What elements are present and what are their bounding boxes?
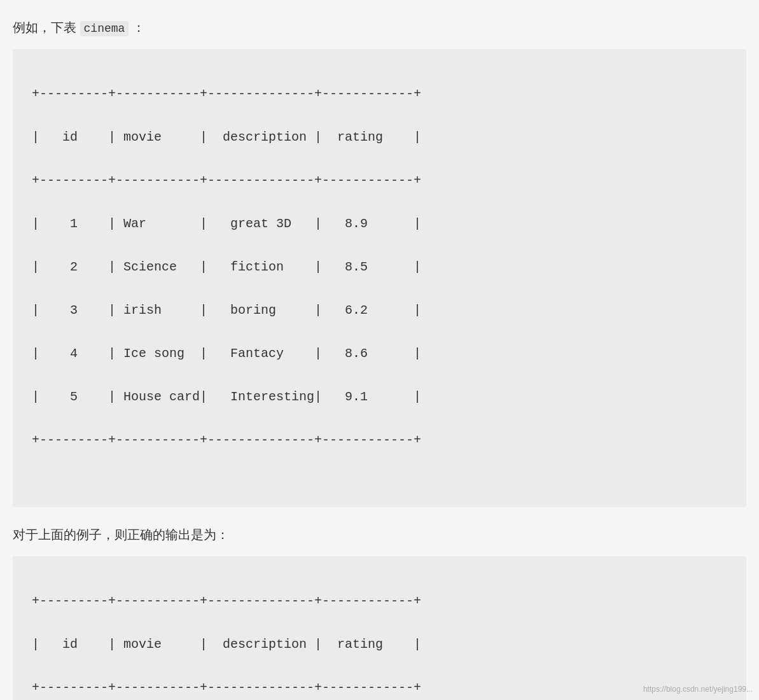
intro-paragraph: 例如，下表 cinema ： bbox=[13, 19, 746, 36]
ascii-table-1: +---------+-----------+--------------+--… bbox=[32, 62, 727, 494]
table1-row-4: | 5 | House card| Interesting| 9.1 | bbox=[32, 389, 421, 404]
table1-border-mid: +---------+-----------+--------------+--… bbox=[32, 173, 421, 188]
table1-border-top: +---------+-----------+--------------+--… bbox=[32, 87, 421, 101]
table2-border-mid: +---------+-----------+--------------+--… bbox=[32, 680, 421, 695]
intro-text-after: ： bbox=[132, 20, 145, 34]
table1-border-bot: +---------+-----------+--------------+--… bbox=[32, 433, 421, 447]
watermark: https://blog.csdn.net/yejing199... bbox=[643, 685, 753, 694]
table2-border-top: +---------+-----------+--------------+--… bbox=[32, 594, 421, 608]
table1-row-1: | 2 | Science | fiction | 8.5 | bbox=[32, 260, 421, 274]
table2-header: | id | movie | description | rating | bbox=[32, 637, 421, 652]
table1-container: +---------+-----------+--------------+--… bbox=[13, 49, 746, 507]
table1-row-3: | 4 | Ice song | Fantacy | 8.6 | bbox=[32, 346, 421, 361]
table2-container: +---------+-----------+--------------+--… bbox=[13, 556, 746, 700]
section2-text: 对于上面的例子，则正确的输出是为： bbox=[13, 526, 746, 543]
table1-header: | id | movie | description | rating | bbox=[32, 130, 421, 144]
ascii-table-2: +---------+-----------+--------------+--… bbox=[32, 569, 727, 700]
intro-text-before: 例如，下表 bbox=[13, 20, 76, 34]
table1-row-2: | 3 | irish | boring | 6.2 | bbox=[32, 303, 421, 318]
table1-row-0: | 1 | War | great 3D | 8.9 | bbox=[32, 216, 421, 231]
cinema-code: cinema bbox=[80, 21, 129, 36]
